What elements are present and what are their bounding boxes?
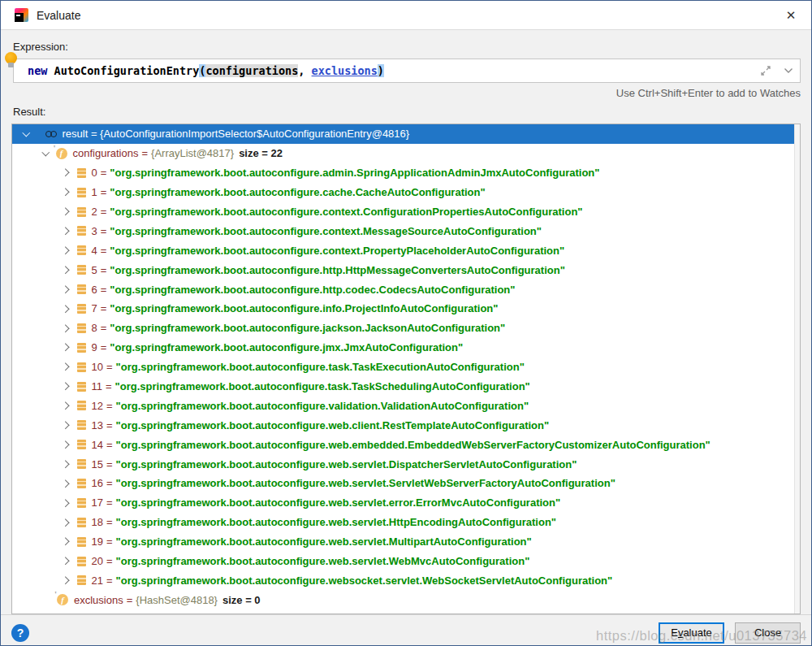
tree-item-row[interactable]: 17 = "org.springframework.boot.autoconfi… <box>12 493 794 513</box>
tree-item-row[interactable]: 15 = "org.springframework.boot.autoconfi… <box>12 454 794 474</box>
tree-item-row[interactable]: 0 = "org.springframework.boot.autoconfig… <box>12 163 794 183</box>
tree-item-row[interactable]: 11 = "org.springframework.boot.autoconfi… <box>12 377 794 397</box>
tree-item-row[interactable]: 19 = "org.springframework.boot.autoconfi… <box>12 532 794 552</box>
chevron-down-icon[interactable] <box>23 129 30 137</box>
array-element-icon <box>77 518 86 527</box>
window-close-icon[interactable]: ✕ <box>779 4 803 27</box>
equals-sign: = <box>103 439 116 451</box>
chevron-right-icon[interactable] <box>62 305 69 312</box>
tree-row-result[interactable]: result = {AutoConfigurationImportSelecto… <box>12 124 794 144</box>
equals-sign: = <box>97 322 110 334</box>
chevron-right-icon[interactable] <box>62 460 69 467</box>
array-element-icon <box>77 440 86 449</box>
result-label: Result: <box>13 106 801 118</box>
tree-item-row[interactable]: 3 = "org.springframework.boot.autoconfig… <box>12 221 794 241</box>
chevron-right-icon[interactable] <box>62 189 69 196</box>
expr-open-paren: ( <box>199 64 205 77</box>
tree-item-row[interactable]: 13 = "org.springframework.boot.autoconfi… <box>12 415 794 435</box>
chevron-right-icon[interactable] <box>62 577 69 584</box>
expr-close-paren: ) <box>378 64 384 77</box>
chevron-right-icon[interactable] <box>62 557 69 565</box>
chevron-right-icon[interactable] <box>62 518 69 526</box>
tree-row-exclusions[interactable]: f exclusions = {HashSet@4818} size = 0 <box>12 590 794 609</box>
chevron-right-icon[interactable] <box>62 344 69 351</box>
tree-item-row[interactable]: 4 = "org.springframework.boot.autoconfig… <box>12 241 794 260</box>
chevron-right-icon[interactable] <box>62 169 69 176</box>
tree-item-row[interactable]: 9 = "org.springframework.boot.autoconfig… <box>12 338 794 358</box>
dialog-content: Expression: new AutoConfigurationEntry(c… <box>1 30 811 614</box>
field-size: size = 22 <box>234 147 283 159</box>
tree-item-row[interactable]: 7 = "org.springframework.boot.autoconfig… <box>12 299 794 319</box>
footer-bar: ? Evaluate Close https://blog.csdn.net/u… <box>1 614 811 646</box>
field-icon: f <box>57 594 68 605</box>
tree-item-row[interactable]: 14 = "org.springframework.boot.autoconfi… <box>12 435 794 454</box>
tree-scrollbar[interactable] <box>794 124 800 613</box>
tree-item-row[interactable]: 12 = "org.springframework.boot.autoconfi… <box>12 396 794 415</box>
array-element-icon <box>77 459 86 469</box>
tree-row-configurations[interactable]: f configurations = {ArrayList@4817} size… <box>12 144 794 163</box>
field-icon: f <box>56 148 67 159</box>
array-element-icon <box>77 575 86 585</box>
field-type: {HashSet@4818} <box>136 594 218 606</box>
tree-item-row[interactable]: 6 = "org.springframework.boot.autoconfig… <box>12 280 794 299</box>
expr-arg-exclusions[interactable]: exclusions <box>312 64 378 77</box>
tree-item-row[interactable]: 10 = "org.springframework.boot.autoconfi… <box>12 358 794 377</box>
item-index: 14 <box>92 439 103 451</box>
chevron-right-icon[interactable] <box>62 285 69 293</box>
chevron-right-icon[interactable] <box>62 267 69 274</box>
chevron-right-icon[interactable] <box>62 363 69 371</box>
item-index: 17 <box>92 496 103 509</box>
tree-item-row[interactable]: 21 = "org.springframework.boot.autoconfi… <box>12 570 794 590</box>
expr-space <box>47 64 54 77</box>
chevron-down-icon[interactable] <box>42 149 50 156</box>
chevron-right-icon[interactable] <box>62 208 69 215</box>
item-value: "org.springframework.boot.autoconfigure.… <box>110 167 599 179</box>
chevron-right-icon[interactable] <box>62 228 69 235</box>
item-value: "org.springframework.boot.autoconfigure.… <box>116 496 561 509</box>
field-name: configurations <box>73 147 139 159</box>
chevron-right-icon[interactable] <box>62 499 69 506</box>
expand-editor-icon[interactable] <box>761 66 771 76</box>
chevron-right-icon[interactable] <box>62 324 69 332</box>
item-value: "org.springframework.boot.autoconfigure.… <box>110 186 485 198</box>
tree-item-row[interactable]: 8 = "org.springframework.boot.autoconfig… <box>12 319 794 338</box>
intention-bulb-icon[interactable] <box>5 52 17 64</box>
item-value: "org.springframework.boot.autoconfigure.… <box>110 302 498 314</box>
item-index: 6 <box>92 284 97 296</box>
tree-item-row[interactable]: 20 = "org.springframework.boot.autoconfi… <box>12 552 794 571</box>
array-element-icon <box>77 537 86 547</box>
item-value: "org.springframework.boot.autoconfigure.… <box>110 284 515 296</box>
chevron-right-icon[interactable] <box>62 441 69 449</box>
array-element-icon <box>77 265 86 275</box>
history-dropdown-icon[interactable] <box>784 67 793 74</box>
chevron-right-icon[interactable] <box>62 383 69 390</box>
equals-sign: = <box>103 400 116 412</box>
chevron-right-icon[interactable] <box>62 538 69 545</box>
tree-item-row[interactable]: 2 = "org.springframework.boot.autoconfig… <box>12 202 794 222</box>
equals-sign: = <box>97 167 110 179</box>
evaluate-button[interactable]: Evaluate <box>659 622 724 644</box>
chevron-right-icon[interactable] <box>62 402 69 410</box>
tree-item-row[interactable]: 18 = "org.springframework.boot.autoconfi… <box>12 513 794 532</box>
equals-sign: = <box>103 458 116 470</box>
array-element-icon <box>77 304 86 314</box>
tree-item-row[interactable]: 5 = "org.springframework.boot.autoconfig… <box>12 260 794 280</box>
item-value: "org.springframework.boot.autoconfigure.… <box>115 380 530 392</box>
chevron-right-icon[interactable] <box>62 247 69 254</box>
chevron-right-icon[interactable] <box>62 479 69 487</box>
tree-item-row[interactable]: 16 = "org.springframework.boot.autoconfi… <box>12 474 794 493</box>
field-type: {ArrayList@4817} <box>151 147 234 159</box>
tree-item-row[interactable]: 1 = "org.springframework.boot.autoconfig… <box>12 183 794 202</box>
item-value: "org.springframework.boot.autoconfigure.… <box>110 341 463 353</box>
expression-input[interactable]: new AutoConfigurationEntry(configuration… <box>13 59 801 83</box>
equals-sign: = <box>103 555 116 567</box>
close-button[interactable]: Close <box>735 622 801 644</box>
item-index: 16 <box>92 477 103 489</box>
item-value: "org.springframework.boot.autoconfigure.… <box>110 245 564 257</box>
array-element-icon <box>77 401 86 410</box>
expr-comma: , <box>298 64 311 77</box>
help-icon[interactable]: ? <box>11 624 29 642</box>
equals-sign: = <box>123 594 136 606</box>
chevron-right-icon[interactable] <box>62 422 69 429</box>
equals-sign: = <box>138 147 151 159</box>
